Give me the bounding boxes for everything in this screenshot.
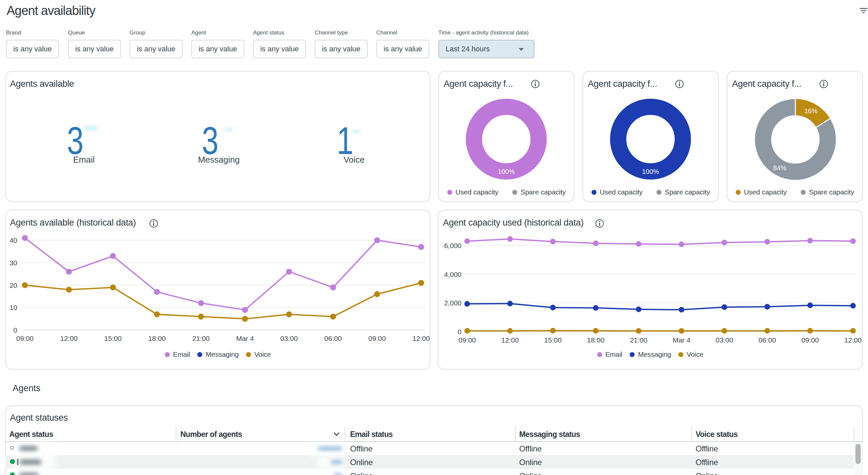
svg-text:09:00: 09:00: [459, 336, 476, 344]
svg-text:06:00: 06:00: [758, 336, 776, 344]
svg-text:12:00: 12:00: [60, 335, 78, 342]
svg-text:15:00: 15:00: [104, 335, 122, 342]
svg-text:12:00: 12:00: [501, 336, 519, 344]
svg-text:Mar 4: Mar 4: [236, 335, 254, 342]
svg-text:18:00: 18:00: [587, 336, 605, 344]
svg-text:03:00: 03:00: [280, 335, 298, 342]
svg-text:21:00: 21:00: [630, 336, 648, 344]
svg-text:20: 20: [10, 281, 17, 289]
svg-text:100%: 100%: [498, 168, 515, 175]
svg-text:84%: 84%: [773, 164, 786, 172]
svg-text:30: 30: [10, 259, 17, 267]
svg-text:12:00: 12:00: [412, 335, 430, 342]
svg-text:09:00: 09:00: [16, 335, 34, 342]
svg-text:100%: 100%: [642, 168, 659, 175]
svg-text:21:00: 21:00: [192, 335, 210, 342]
svg-text:0: 0: [13, 326, 17, 334]
svg-text:Mar 4: Mar 4: [673, 336, 691, 344]
svg-text:03:00: 03:00: [716, 336, 734, 344]
svg-text:4,000: 4,000: [444, 271, 462, 278]
svg-text:0: 0: [458, 328, 462, 336]
svg-text:09:00: 09:00: [368, 335, 386, 342]
svg-text:10: 10: [10, 304, 17, 311]
svg-text:18:00: 18:00: [148, 335, 166, 342]
svg-text:40: 40: [10, 237, 17, 244]
svg-text:16%: 16%: [804, 107, 817, 114]
svg-text:15:00: 15:00: [544, 336, 562, 344]
svg-text:2,000: 2,000: [444, 299, 462, 307]
svg-text:06:00: 06:00: [324, 335, 342, 342]
svg-text:12:00: 12:00: [844, 336, 862, 344]
svg-text:09:00: 09:00: [801, 336, 819, 344]
svg-text:6,000: 6,000: [444, 242, 462, 249]
